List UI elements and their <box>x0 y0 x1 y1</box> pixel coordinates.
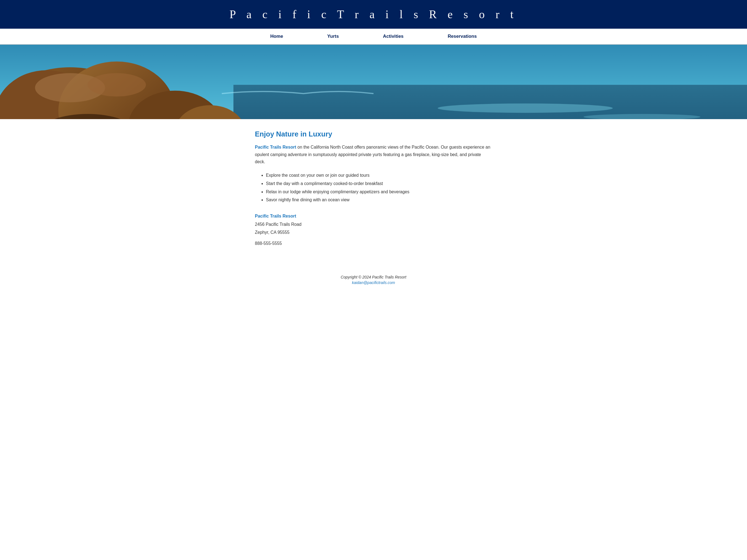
nav-item-reservations[interactable]: Reservations <box>426 29 499 44</box>
intro-paragraph: Pacific Trails Resort on the California … <box>255 144 492 166</box>
section-heading: Enjoy Nature in Luxury <box>255 130 492 138</box>
amenity-item: Relax in our lodge while enjoying compli… <box>266 188 492 196</box>
site-footer: Copyright © 2024 Pacific Trails Resort k… <box>0 264 747 296</box>
footer-copyright: Copyright © 2024 Pacific Trails Resort <box>5 275 742 279</box>
nav-item-activities[interactable]: Activities <box>361 29 426 44</box>
amenity-item: Explore the coast on your own or join ou… <box>266 171 492 180</box>
contact-city: Zephyr, CA 95555 <box>255 229 492 236</box>
amenity-item: Start the day with a complimentary cooke… <box>266 180 492 188</box>
contact-resort-name[interactable]: Pacific Trails Resort <box>255 212 492 220</box>
nav-item-yurts[interactable]: Yurts <box>305 29 361 44</box>
site-header: P a c i f i c T r a i l s R e s o r t <box>0 0 747 29</box>
contact-section: Pacific Trails Resort 2456 Pacific Trail… <box>255 212 492 247</box>
hero-svg <box>0 45 747 119</box>
amenity-item: Savor nightly fine dining with an ocean … <box>266 196 492 204</box>
svg-point-2 <box>438 103 613 113</box>
amenities-list: Explore the coast on your own or join ou… <box>266 171 492 204</box>
contact-phone: 888-555-5555 <box>255 240 492 247</box>
hero-image <box>0 45 747 119</box>
site-title: P a c i f i c T r a i l s R e s o r t <box>0 8 747 21</box>
contact-address: 2456 Pacific Trails Road <box>255 220 492 228</box>
svg-rect-1 <box>233 85 747 119</box>
nav-item-home[interactable]: Home <box>248 29 305 44</box>
main-content: Enjoy Nature in Luxury Pacific Trails Re… <box>249 119 498 264</box>
hero-section <box>0 45 747 119</box>
svg-point-13 <box>87 73 146 97</box>
resort-link-intro[interactable]: Pacific Trails Resort <box>255 145 296 150</box>
footer-email[interactable]: kaidan@pacifictrails.com <box>352 281 395 285</box>
main-nav: Home Yurts Activities Reservations <box>0 29 747 45</box>
